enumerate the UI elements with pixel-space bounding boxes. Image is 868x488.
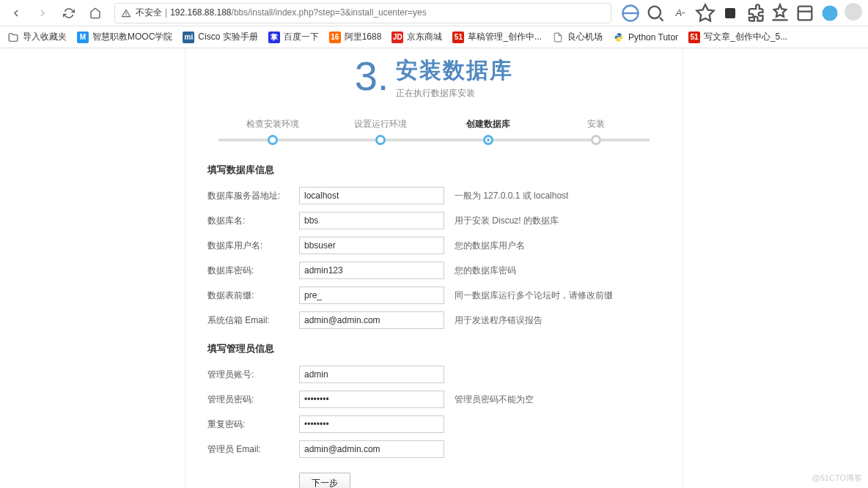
watermark: @51CTO博客 bbox=[812, 473, 862, 484]
home-button[interactable] bbox=[85, 3, 106, 23]
db-field-label: 数据表前缀: bbox=[207, 289, 299, 302]
db-field-row: 数据库用户名:您的数据库用户名 bbox=[207, 237, 661, 254]
step-dot-icon bbox=[591, 135, 601, 145]
step-label: 安装 bbox=[542, 118, 650, 130]
progress-step: 创建数据库 bbox=[434, 118, 542, 145]
progress-step: 设置运行环境 bbox=[326, 118, 434, 145]
admin-section-title: 填写管理员信息 bbox=[207, 342, 661, 355]
ie-mode-icon[interactable] bbox=[620, 3, 641, 23]
admin-field-label: 管理员 Email: bbox=[207, 443, 299, 456]
db-field-hint: 用于安装 Discuz! 的数据库 bbox=[455, 215, 559, 227]
back-button[interactable] bbox=[6, 3, 26, 23]
page-title: 安装数据库 bbox=[396, 56, 513, 86]
db-field-row: 系统信箱 Email:用于发送程序错误报告 bbox=[207, 311, 661, 329]
bookmark-label: 百度一下 bbox=[284, 31, 319, 43]
db-field-input[interactable] bbox=[299, 311, 444, 329]
bookmark-icon: M bbox=[77, 32, 89, 43]
bookmark-icon bbox=[7, 32, 19, 43]
step-label: 创建数据库 bbox=[434, 118, 542, 130]
bookmark-item[interactable]: 导入收藏夹 bbox=[7, 31, 67, 43]
step-dot-icon bbox=[375, 135, 386, 145]
admin-field-input[interactable] bbox=[299, 415, 444, 433]
db-field-input[interactable] bbox=[299, 237, 444, 254]
db-field-input[interactable] bbox=[299, 212, 444, 229]
step-label: 设置运行环境 bbox=[326, 118, 434, 130]
step-dot-icon bbox=[268, 135, 278, 145]
bookmark-item[interactable]: 良心机场 bbox=[552, 31, 603, 43]
svg-rect-3 bbox=[798, 6, 812, 20]
bookmark-icon bbox=[552, 32, 564, 43]
admin-field-label: 重复密码: bbox=[207, 418, 299, 431]
db-field-hint: 同一数据库运行多个论坛时，请修改前缀 bbox=[455, 289, 613, 302]
admin-field-row: 管理员 Email: bbox=[207, 440, 661, 458]
bookmark-icon: 16 bbox=[329, 32, 341, 43]
page-subtitle: 正在执行数据库安装 bbox=[396, 87, 513, 100]
db-field-label: 数据库服务器地址: bbox=[207, 190, 299, 202]
content-area: 3. 安装数据库 正在执行数据库安装 检查安装环境设置运行环境创建数据库安装 填… bbox=[0, 48, 868, 488]
progress-step: 安装 bbox=[542, 118, 650, 145]
forward-button[interactable] bbox=[32, 3, 53, 23]
address-text: 不安全|192.168.88.188/bbs/install/index.php… bbox=[136, 7, 427, 19]
admin-field-row: 管理员密码:管理员密码不能为空 bbox=[207, 391, 661, 408]
bookmark-label: 草稿管理_创作中... bbox=[468, 31, 542, 43]
bookmark-label: 智慧职教MOOC学院 bbox=[92, 31, 172, 43]
bookmark-icon: 51 bbox=[452, 32, 464, 43]
bookmark-item[interactable]: 16阿里1688 bbox=[329, 31, 382, 43]
db-field-hint: 一般为 127.0.0.1 或 localhost bbox=[455, 190, 568, 202]
bookmark-item[interactable]: Python Tutor bbox=[613, 32, 678, 43]
refresh-button[interactable] bbox=[59, 3, 79, 23]
admin-field-input[interactable] bbox=[299, 391, 444, 408]
db-field-input[interactable] bbox=[299, 286, 444, 304]
bookmark-icon: JD bbox=[391, 32, 403, 43]
next-step-button[interactable]: 下一步 bbox=[299, 473, 350, 488]
collections-icon[interactable] bbox=[795, 3, 815, 23]
bookmark-item[interactable]: miCisco 实验手册 bbox=[183, 31, 257, 43]
svg-point-5 bbox=[823, 5, 838, 21]
bookmark-label: 良心机场 bbox=[567, 31, 603, 43]
bookmark-icon: 掌 bbox=[268, 32, 280, 43]
progress-steps: 检查安装环境设置运行环境创建数据库安装 bbox=[207, 118, 661, 145]
bookmarks-bar: 导入收藏夹M智慧职教MOOC学院miCisco 实验手册掌百度一下16阿里168… bbox=[0, 26, 868, 48]
bookmark-item[interactable]: 51草稿管理_创作中... bbox=[452, 31, 542, 43]
bookmark-item[interactable]: 51写文章_创作中心_5... bbox=[688, 31, 787, 43]
db-field-hint: 用于发送程序错误报告 bbox=[455, 314, 542, 327]
bookmark-item[interactable]: M智慧职教MOOC学院 bbox=[77, 31, 172, 43]
search-icon[interactable] bbox=[645, 3, 666, 23]
profile-avatar[interactable] bbox=[845, 3, 862, 21]
bookmark-item[interactable]: JD京东商城 bbox=[391, 31, 442, 43]
admin-field-label: 管理员账号: bbox=[207, 369, 299, 381]
favorite-icon[interactable] bbox=[695, 3, 716, 23]
extensions-icon[interactable] bbox=[745, 3, 765, 23]
bookmark-label: Cisco 实验手册 bbox=[198, 31, 257, 43]
svg-point-1 bbox=[649, 6, 661, 18]
bookmark-label: 阿里1688 bbox=[345, 31, 382, 43]
progress-step: 检查安装环境 bbox=[218, 118, 326, 145]
db-field-input[interactable] bbox=[299, 262, 444, 279]
edge-icon[interactable] bbox=[820, 3, 840, 23]
bookmark-label: Python Tutor bbox=[628, 32, 678, 42]
bookmark-icon bbox=[613, 32, 625, 43]
db-field-label: 系统信箱 Email: bbox=[207, 314, 299, 327]
step-number: 3. bbox=[355, 56, 389, 97]
bookmark-label: 京东商城 bbox=[407, 31, 442, 43]
admin-field-input[interactable] bbox=[299, 440, 444, 458]
db-field-row: 数据库名:用于安装 Discuz! 的数据库 bbox=[207, 212, 661, 229]
db-field-row: 数据库密码:您的数据库密码 bbox=[207, 262, 661, 279]
bookmark-label: 写文章_创作中心_5... bbox=[704, 31, 787, 43]
insecure-icon bbox=[121, 8, 131, 18]
read-aloud-icon[interactable]: A» bbox=[670, 3, 691, 23]
extension1-icon[interactable] bbox=[720, 3, 740, 23]
bookmark-label: 导入收藏夹 bbox=[23, 31, 67, 43]
bookmark-item[interactable]: 掌百度一下 bbox=[268, 31, 319, 43]
db-field-input[interactable] bbox=[299, 187, 444, 204]
step-label: 检查安装环境 bbox=[218, 118, 326, 130]
step-dot-icon bbox=[483, 135, 493, 145]
favorites-list-icon[interactable] bbox=[770, 3, 790, 23]
admin-field-row: 重复密码: bbox=[207, 415, 661, 433]
address-bar[interactable]: 不安全|192.168.88.188/bbs/install/index.php… bbox=[114, 3, 611, 23]
admin-field-input[interactable] bbox=[299, 366, 444, 383]
db-field-row: 数据表前缀:同一数据库运行多个论坛时，请修改前缀 bbox=[207, 286, 661, 304]
bookmark-icon: 51 bbox=[688, 32, 700, 43]
install-header: 3. 安装数据库 正在执行数据库安装 bbox=[207, 48, 661, 111]
db-field-hint: 您的数据库密码 bbox=[455, 265, 516, 277]
